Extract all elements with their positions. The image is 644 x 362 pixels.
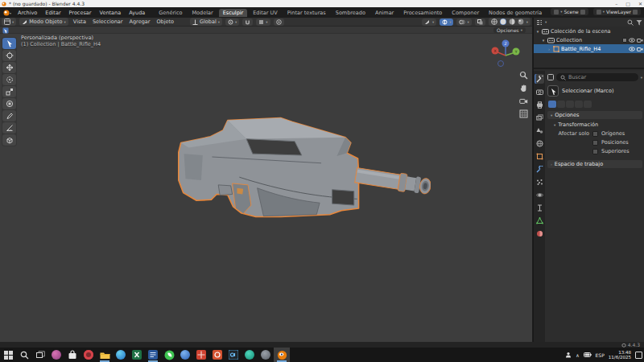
shading-solid-icon[interactable]: [500, 19, 506, 25]
tab-componer[interactable]: Componer: [448, 9, 483, 17]
snap-toggle[interactable]: [242, 19, 253, 26]
shading-material-icon[interactable]: [509, 19, 515, 25]
tab-esculpir[interactable]: Esculpir: [219, 9, 248, 17]
tab-tool[interactable]: [535, 74, 544, 84]
search-icon[interactable]: [627, 19, 634, 26]
zoom-icon[interactable]: [519, 71, 528, 80]
taskbar-app-gray[interactable]: [258, 348, 274, 362]
hide-eye-icon[interactable]: [629, 37, 635, 43]
menu-agregar[interactable]: Agregar: [126, 19, 154, 25]
tool-measure[interactable]: [2, 122, 16, 134]
taskbar-whatsapp[interactable]: [161, 348, 177, 362]
pan-hand-icon[interactable]: [519, 84, 528, 93]
outliner-row-collection[interactable]: ▾ Collection: [534, 35, 644, 44]
shading-wireframe-icon[interactable]: [491, 19, 497, 25]
locations-checkbox[interactable]: [592, 140, 598, 146]
viewlayer-selector[interactable]: ▾ViewLayer: [593, 8, 641, 15]
taskbar-app-orange-box[interactable]: [209, 348, 225, 362]
menu-procesar[interactable]: Procesar: [65, 10, 96, 16]
start-button[interactable]: [0, 348, 16, 362]
editor-type-button[interactable]: ▾: [2, 18, 16, 26]
select-mode-extend[interactable]: [557, 101, 565, 108]
outliner-row-battle-rifle[interactable]: › Battle_Rifle_H4: [534, 44, 644, 53]
gizmo-minus-z-axis[interactable]: [498, 61, 504, 67]
tab-particles[interactable]: [535, 177, 544, 187]
tool-rotate[interactable]: [2, 74, 16, 85]
perspective-grid-icon[interactable]: [519, 109, 528, 118]
taskbar-app-pink[interactable]: [48, 348, 64, 362]
tab-constraints[interactable]: [535, 203, 544, 212]
menu-editar[interactable]: Editar: [41, 10, 64, 16]
minimize-icon[interactable]: –: [615, 1, 617, 6]
battery-icon[interactable]: [584, 352, 592, 358]
tab-object[interactable]: [535, 151, 544, 161]
properties-search-input[interactable]: Buscar: [556, 73, 638, 81]
scene-selector[interactable]: ▾Scene: [551, 8, 588, 15]
task-view-button[interactable]: [32, 348, 48, 362]
tool-move[interactable]: [2, 62, 16, 73]
tool-add-cube[interactable]: [2, 134, 16, 146]
tab-modifiers[interactable]: [535, 164, 544, 174]
menu-seleccionar[interactable]: Seleccionar: [89, 19, 126, 25]
tab-procesamiento[interactable]: Procesamiento: [399, 9, 446, 17]
menu-archivo[interactable]: Archivo: [14, 10, 41, 16]
tool-select-box[interactable]: [2, 38, 16, 49]
render-camera-icon[interactable]: [637, 46, 643, 52]
tool-transform[interactable]: [2, 98, 16, 109]
tray-expand-chevron[interactable]: ∧: [576, 352, 579, 358]
new-viewlayer-icon[interactable]: [633, 10, 638, 14]
menu-ayuda[interactable]: Ayuda: [125, 10, 149, 16]
taskbar-search-button[interactable]: [16, 348, 32, 362]
menu-objeto[interactable]: Objeto: [153, 19, 177, 25]
taskbar-file-explorer[interactable]: [97, 348, 113, 362]
tab-output[interactable]: [535, 100, 544, 109]
tool-scale[interactable]: [2, 86, 16, 97]
taskbar-app-blue-sphere[interactable]: [177, 348, 193, 362]
close-icon[interactable]: ✕: [638, 1, 642, 6]
tab-nodos-geometria[interactable]: Nodos de geometría: [485, 9, 546, 17]
editor-outliner-icon[interactable]: [536, 19, 543, 26]
tab-object-data[interactable]: [535, 216, 544, 225]
parents-checkbox[interactable]: [592, 149, 598, 154]
tool-annotate[interactable]: [2, 110, 16, 121]
3d-viewport[interactable]: Opciones▾ Personalizada (perspectiva) (1…: [0, 27, 532, 342]
exclude-checkbox[interactable]: [622, 38, 627, 43]
camera-view-icon[interactable]: [519, 97, 528, 105]
taskbar-edge[interactable]: [113, 348, 129, 362]
xray-toggle[interactable]: [475, 19, 485, 26]
taskbar-word[interactable]: [145, 348, 161, 362]
language-indicator[interactable]: ESP: [596, 352, 605, 358]
section-workspace[interactable]: › Espacio de trabajo: [547, 160, 642, 168]
taskbar-app-red-ring[interactable]: [80, 348, 97, 362]
tab-world[interactable]: [535, 138, 544, 148]
tab-modelar[interactable]: Modelar: [188, 9, 217, 17]
section-transform[interactable]: ▾ Transformación: [547, 119, 642, 129]
section-options[interactable]: ▾ Opciones: [547, 111, 642, 119]
gizmos-toggle[interactable]: ▾: [440, 19, 453, 26]
tab-generico[interactable]: Genérico: [155, 9, 186, 17]
taskbar-photoshop[interactable]: [225, 348, 242, 362]
snap-settings[interactable]: ▾: [256, 19, 270, 26]
properties-context-icon[interactable]: [547, 74, 554, 80]
blender-menu-logo-icon[interactable]: ▾: [2, 10, 11, 16]
tab-physics[interactable]: [535, 190, 544, 200]
proportional-edit-toggle[interactable]: [274, 19, 284, 26]
overlays-toggle[interactable]: ▾: [456, 19, 471, 26]
tab-sombreado[interactable]: Sombreado: [332, 9, 369, 17]
notification-center-icon[interactable]: [635, 352, 642, 359]
tab-editar-uv[interactable]: Editar UV: [249, 9, 282, 17]
navigation-gizmo[interactable]: Z X Y: [489, 36, 522, 72]
taskbar-blender[interactable]: [274, 348, 290, 362]
selectability-visibility-dropdown[interactable]: ▾: [422, 19, 436, 26]
outliner-row-scene-collection[interactable]: ▾ Colección de la escena: [534, 27, 644, 35]
tray-person-icon[interactable]: [565, 352, 572, 358]
select-mode-invert[interactable]: [575, 101, 583, 108]
tab-material[interactable]: [535, 228, 544, 238]
tab-pintar-texturas[interactable]: Pintar texturas: [283, 9, 330, 17]
select-mode-subtract[interactable]: [566, 101, 574, 108]
tab-render[interactable]: [535, 87, 544, 97]
tab-view-layer[interactable]: [535, 113, 544, 122]
menu-ventana[interactable]: Ventana: [96, 10, 126, 16]
new-scene-icon[interactable]: [580, 10, 585, 14]
origins-checkbox[interactable]: [592, 131, 598, 137]
